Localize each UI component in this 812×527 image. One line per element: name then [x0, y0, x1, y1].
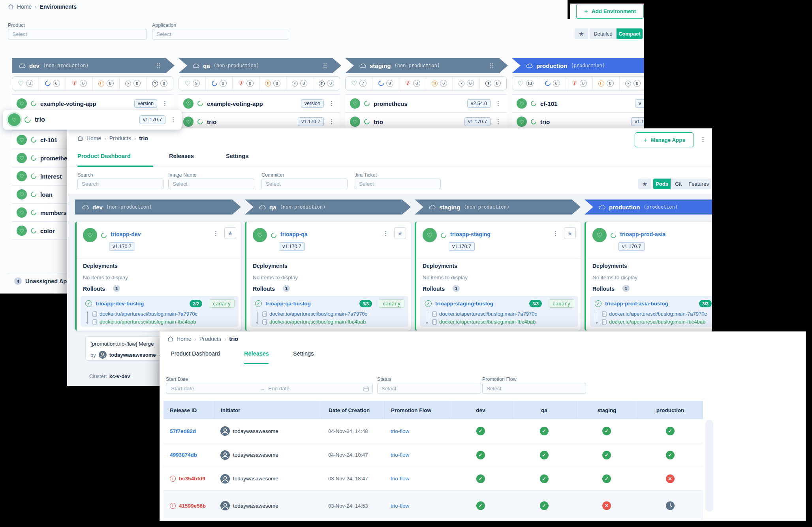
table-row[interactable]: 57f7ed82d todaywasawesome 04-Nov-24, 14:…: [164, 419, 703, 443]
missing-stat[interactable]: ✕0: [619, 77, 644, 90]
rollout-name-link[interactable]: trioapp-qa-buslog: [265, 301, 311, 307]
version-badge[interactable]: v: [635, 99, 644, 108]
view-toggle-features[interactable]: Features: [686, 179, 711, 189]
progressing-stat[interactable]: 0: [372, 77, 399, 90]
kebab-menu-icon[interactable]: ⋮: [213, 230, 219, 237]
release-id-link[interactable]: bc354bfd9: [179, 476, 205, 482]
app-name[interactable]: trio: [207, 119, 216, 125]
version-badge[interactable]: v1.170.7: [618, 242, 645, 251]
image-line[interactable]: docker.io/aperturesci/buslog:main-fbc4ba…: [262, 319, 366, 325]
header-dev[interactable]: dev: [449, 401, 512, 419]
scrollbar-track[interactable]: [705, 420, 713, 512]
promotion-flow-link[interactable]: trio-flow: [391, 476, 409, 482]
calendar-icon[interactable]: [363, 386, 369, 391]
manage-apps-button[interactable]: + Manage Apps: [635, 132, 694, 147]
kebab-menu-icon[interactable]: ⋮: [169, 116, 177, 123]
image-line[interactable]: docker.io/aperturesci/buslog:main-7a7970…: [602, 311, 707, 317]
healthy-stat[interactable]: ♡13: [512, 77, 539, 90]
degraded-stat[interactable]: ♡0: [232, 77, 259, 90]
unknown-stat[interactable]: ?0: [146, 77, 173, 90]
jira-ticket-select[interactable]: Select: [355, 179, 441, 189]
search-input[interactable]: Search: [77, 179, 164, 189]
promotion-flow-link[interactable]: trio-flow: [391, 428, 409, 434]
env-banner-qa[interactable]: qa (non-production): [245, 200, 411, 215]
app-name[interactable]: color: [40, 228, 55, 234]
app-row-trio-hovered[interactable]: ♡ trio v1.170.7 ⋮: [3, 110, 182, 130]
image-line[interactable]: docker.io/aperturesci/buslog:main-fbc4ba…: [432, 319, 536, 325]
app-name[interactable]: example-voting-app: [207, 100, 263, 107]
suspended-stat[interactable]: 0: [92, 77, 119, 90]
unknown-stat[interactable]: ?0: [479, 77, 506, 90]
tab-releases[interactable]: Releases: [244, 350, 269, 357]
healthy-stat[interactable]: ♡9: [179, 77, 205, 90]
degraded-stat[interactable]: ♡0: [66, 77, 92, 90]
app-row[interactable]: ♡ trio v1.170.7 ⋮: [345, 113, 507, 130]
version-badge[interactable]: version: [134, 99, 157, 108]
suspended-stat[interactable]: 0: [259, 77, 286, 90]
app-name[interactable]: members: [40, 209, 67, 216]
promotion-flow-link[interactable]: trio-flow: [391, 503, 409, 509]
image-name-select[interactable]: Select: [168, 179, 254, 189]
table-row[interactable]: !41599e56b todaywasawesome 03-Nov-24, 14…: [164, 490, 703, 521]
release-id-link[interactable]: 57f7ed82d: [170, 428, 196, 434]
app-row[interactable]: ♡ trio v1.170.7 ⋮: [179, 113, 340, 130]
status-select[interactable]: Select: [377, 383, 481, 394]
add-environment-button[interactable]: + Add Environment: [576, 4, 644, 19]
tab-product-dashboard[interactable]: Product Dashboard: [171, 350, 220, 357]
kebab-menu-icon[interactable]: ⋮: [161, 100, 169, 107]
version-badge[interactable]: v1.170.7: [279, 242, 305, 251]
app-name[interactable]: interest: [40, 173, 62, 180]
header-production[interactable]: production: [637, 401, 703, 419]
app-name[interactable]: trio: [35, 116, 45, 123]
app-name-link[interactable]: trioapp-prod-asia: [620, 231, 665, 237]
favorite-star-button[interactable]: ★: [224, 227, 236, 239]
view-toggle-pods[interactable]: Pods: [653, 179, 671, 189]
view-toggle-compact[interactable]: Compact: [617, 28, 643, 39]
image-line[interactable]: docker.io/aperturesci/buslog:main-fbc4ba…: [92, 319, 196, 325]
app-row[interactable]: ♡ example-voting-app version ⋮: [179, 95, 340, 112]
version-badge[interactable]: v1.170.7: [449, 242, 475, 251]
header-initiator[interactable]: Initiator: [214, 401, 322, 419]
header-flow[interactable]: Promotion Flow: [384, 401, 449, 419]
rollout-name-link[interactable]: trioapp-dev-buslog: [96, 301, 144, 307]
image-line[interactable]: docker.io/aperturesci/buslog:main-7a7970…: [432, 311, 537, 317]
committer-select[interactable]: Select: [261, 179, 348, 189]
progressing-stat[interactable]: 0: [39, 77, 66, 90]
app-name-link[interactable]: trioapp-staging: [450, 231, 491, 237]
tab-settings[interactable]: Settings: [226, 153, 248, 159]
version-badge[interactable]: v1.170.7: [109, 242, 135, 251]
app-name-link[interactable]: trioapp-dev: [111, 231, 141, 237]
breadcrumb-products[interactable]: Products: [199, 336, 221, 342]
env-banner-dev[interactable]: dev (non-production): [12, 58, 175, 73]
app-row[interactable]: ♡ cf-101 v ⋮: [512, 95, 644, 112]
app-name[interactable]: loan: [40, 191, 53, 198]
view-toggle-detailed[interactable]: Detailed: [590, 28, 617, 39]
image-line[interactable]: docker.io/aperturesci/buslog:main-fbc4ba…: [602, 319, 705, 325]
kebab-menu-icon[interactable]: ⋮: [494, 118, 502, 125]
date-range-input[interactable]: Start date → End date: [166, 383, 373, 394]
app-name[interactable]: trio: [374, 119, 383, 125]
drag-handle-icon[interactable]: [490, 63, 491, 64]
app-row[interactable]: ♡ prometheus v2.54.0 ⋮: [345, 95, 507, 112]
favorite-star-button[interactable]: ★: [564, 227, 576, 239]
env-banner-staging[interactable]: staging (non-production): [345, 58, 508, 73]
app-row[interactable]: ♡ trio v1.170.7 ⋮: [512, 113, 644, 130]
breadcrumb-home[interactable]: Home: [86, 135, 101, 141]
degraded-stat[interactable]: ♡0: [566, 77, 592, 90]
suspended-stat[interactable]: 0: [592, 77, 619, 90]
drag-handle-icon[interactable]: [323, 63, 325, 64]
breadcrumb-products[interactable]: Products: [109, 135, 131, 141]
env-banner-production[interactable]: production (production): [585, 200, 712, 215]
unassigned-apps-toggle[interactable]: 4 Unassigned Ap: [14, 277, 67, 285]
version-badge[interactable]: v1.170.7: [464, 117, 491, 126]
env-banner-staging[interactable]: staging (non-production): [415, 200, 581, 215]
app-name-link[interactable]: trioapp-qa: [280, 231, 307, 237]
env-banner-production[interactable]: production (production): [512, 58, 644, 73]
view-toggle-git[interactable]: Git: [671, 179, 686, 189]
favorite-star-button[interactable]: ★: [394, 227, 406, 239]
drag-handle-icon[interactable]: [157, 63, 158, 64]
header-staging[interactable]: staging: [576, 401, 637, 419]
env-banner-dev[interactable]: dev (non-production): [75, 200, 241, 215]
unknown-stat[interactable]: ?0: [313, 77, 340, 90]
release-id-link[interactable]: 4993874db: [170, 452, 197, 458]
